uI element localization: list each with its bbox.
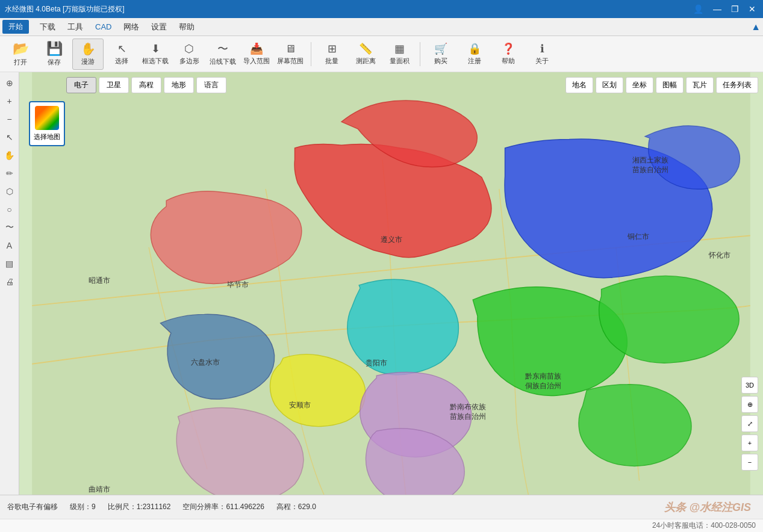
buy-icon: 🛒 bbox=[434, 42, 447, 55]
tool-register[interactable]: 🔒 注册 bbox=[459, 39, 490, 70]
map-controls: 3D ⊕ ⤢ + − bbox=[741, 377, 758, 471]
3d-btn[interactable]: 3D bbox=[741, 377, 758, 394]
collapse-arrow[interactable]: ▲ bbox=[751, 22, 761, 32]
screen-range-icon: 🖥 bbox=[285, 43, 296, 55]
map-type-electronic[interactable]: 电子 bbox=[66, 77, 96, 93]
restore-btn[interactable]: ❐ bbox=[729, 4, 741, 14]
map-source: 谷歌电子有偏移 bbox=[7, 502, 58, 512]
map-right-buttons: 地名 区划 坐标 图幅 瓦片 任务列表 bbox=[565, 77, 758, 93]
register-icon: 🔒 bbox=[468, 42, 481, 55]
sidebar-wave[interactable]: 〜 bbox=[1, 219, 18, 236]
app-title: 水经微图 4.0Beta [万能版功能已授权] bbox=[5, 4, 125, 14]
sidebar-hand[interactable]: ✋ bbox=[1, 147, 18, 164]
tool-about[interactable]: ℹ 关于 bbox=[526, 39, 558, 70]
tool-select[interactable]: ↖ 选择 bbox=[106, 39, 137, 70]
tool-browse[interactable]: ✋ 漫游 bbox=[72, 39, 104, 70]
titlebar: 水经微图 4.0Beta [万能版功能已授权] 👤 — ❐ ✕ bbox=[0, 0, 763, 18]
batch-icon: ⊞ bbox=[328, 42, 337, 55]
menu-cad[interactable]: CAD bbox=[89, 20, 117, 34]
start-menu-btn[interactable]: 开始 bbox=[2, 20, 29, 34]
phone-bar: 24小时客服电话：400-028-0050 bbox=[0, 519, 763, 532]
open-icon: 📂 bbox=[13, 41, 29, 57]
tool-measure-dist[interactable]: 📏 测距离 bbox=[350, 39, 381, 70]
map-btn-district[interactable]: 区划 bbox=[596, 77, 623, 93]
tool-frame-download-label: 框选下载 bbox=[142, 57, 169, 66]
elevation-label: 高程：629.0 bbox=[276, 502, 316, 512]
tool-polygon-label: 多边形 bbox=[179, 57, 199, 66]
sidebar-pan[interactable]: ⊕ bbox=[1, 75, 18, 91]
menubar: 开始 下载 工具 CAD 网络 设置 帮助 ▲ bbox=[0, 18, 763, 36]
map-btn-coords[interactable]: 坐标 bbox=[626, 77, 653, 93]
select-map-widget[interactable]: 选择地图 bbox=[29, 101, 65, 146]
tool-about-label: 关于 bbox=[535, 57, 549, 66]
tool-measure-area[interactable]: ▦ 量面积 bbox=[384, 39, 415, 70]
zoom-in-btn[interactable]: + bbox=[741, 435, 758, 451]
map-type-satellite[interactable]: 卫星 bbox=[99, 77, 129, 93]
menu-network[interactable]: 网络 bbox=[117, 19, 145, 35]
compass-btn[interactable]: ⊕ bbox=[741, 396, 758, 413]
minimize-btn[interactable]: — bbox=[711, 4, 724, 14]
map-btn-placename[interactable]: 地名 bbox=[565, 77, 593, 93]
sidebar-grid[interactable]: ▤ bbox=[1, 255, 18, 272]
zoom-out-btn[interactable]: − bbox=[741, 454, 758, 471]
sidebar-text[interactable]: A bbox=[1, 237, 18, 254]
scale-label: 比例尺：1:2311162 bbox=[108, 502, 171, 512]
sidebar-arrow[interactable]: ↖ bbox=[1, 129, 18, 146]
select-icon: ↖ bbox=[117, 42, 126, 55]
tool-measure-area-label: 量面积 bbox=[390, 57, 410, 66]
tool-screen-range[interactable]: 🖥 屏幕范围 bbox=[275, 39, 306, 70]
sidebar-circle[interactable]: ○ bbox=[1, 201, 18, 218]
tool-polygon[interactable]: ⬡ 多边形 bbox=[173, 39, 205, 70]
tool-line-download-label: 沿线下载 bbox=[210, 57, 236, 66]
tool-line-download[interactable]: 〜 沿线下载 bbox=[207, 39, 238, 70]
menu-settings[interactable]: 设置 bbox=[145, 19, 173, 35]
close-btn[interactable]: ✕ bbox=[746, 4, 758, 14]
tool-import-range[interactable]: 📥 导入范围 bbox=[241, 39, 272, 70]
polygon-icon: ⬡ bbox=[184, 42, 194, 55]
tool-buy-label: 购买 bbox=[434, 57, 447, 66]
tool-measure-dist-label: 测距离 bbox=[356, 57, 376, 66]
sidebar-zoom-in[interactable]: + bbox=[1, 93, 18, 110]
tool-import-range-label: 导入范围 bbox=[243, 57, 270, 66]
tool-select-label: 选择 bbox=[115, 57, 128, 66]
task-list-btn[interactable]: 任务列表 bbox=[716, 77, 758, 93]
main-area: ⊕ + − ↖ ✋ ✏ ⬡ ○ 〜 A ▤ 🖨 bbox=[0, 72, 763, 495]
map-svg[interactable] bbox=[19, 72, 763, 495]
tool-open[interactable]: 📂 打开 bbox=[5, 39, 36, 70]
menu-tools[interactable]: 工具 bbox=[61, 19, 89, 35]
import-range-icon: 📥 bbox=[250, 42, 263, 55]
toolbar: 📂 打开 💾 保存 ✋ 漫游 ↖ 选择 ⬇ 框选下载 ⬡ 多边形 〜 沿线下载 … bbox=[0, 36, 763, 72]
map-type-area: 选择地图 电子 卫星 高程 地形 语言 bbox=[24, 77, 226, 93]
menu-download[interactable]: 下载 bbox=[34, 19, 61, 35]
tool-save[interactable]: 💾 保存 bbox=[39, 39, 70, 70]
tool-register-label: 注册 bbox=[468, 57, 481, 66]
user-icon-btn[interactable]: 👤 bbox=[691, 4, 706, 14]
map-preview-icon bbox=[35, 106, 59, 130]
window-controls: 👤 — ❐ ✕ bbox=[691, 4, 758, 14]
measure-area-icon: ▦ bbox=[394, 42, 405, 55]
sidebar-print[interactable]: 🖨 bbox=[1, 273, 18, 290]
zoom-fit-btn[interactable]: ⤢ bbox=[741, 415, 758, 432]
toolbar-sep-1 bbox=[311, 42, 311, 66]
map-btn-mapframe[interactable]: 图幅 bbox=[656, 77, 684, 93]
sidebar-polygon2[interactable]: ⬡ bbox=[1, 183, 18, 200]
tool-buy[interactable]: 🛒 购买 bbox=[425, 39, 456, 70]
sidebar-zoom-out[interactable]: − bbox=[1, 111, 18, 128]
tool-open-label: 打开 bbox=[14, 58, 27, 67]
lang-button[interactable]: 语言 bbox=[196, 77, 226, 93]
phone-text: 24小时客服电话：400-028-0050 bbox=[652, 521, 756, 531]
map-type-elevation[interactable]: 高程 bbox=[131, 77, 161, 93]
tool-batch[interactable]: ⊞ 批量 bbox=[316, 39, 347, 70]
map-container[interactable]: 选择地图 电子 卫星 高程 地形 语言 地名 区划 坐标 图幅 瓦片 任务列表 bbox=[19, 72, 763, 495]
toolbar-sep-2 bbox=[420, 42, 420, 66]
map-btn-tile[interactable]: 瓦片 bbox=[686, 77, 714, 93]
line-download-icon: 〜 bbox=[217, 42, 228, 56]
tool-browse-label: 漫游 bbox=[81, 57, 95, 66]
menu-help[interactable]: 帮助 bbox=[173, 19, 201, 35]
statusbar: 谷歌电子有偏移 级别：9 比例尺：1:2311162 空间分辨率：611.496… bbox=[0, 495, 763, 519]
left-sidebar: ⊕ + − ↖ ✋ ✏ ⬡ ○ 〜 A ▤ 🖨 bbox=[0, 72, 19, 495]
tool-help[interactable]: ❓ 帮助 bbox=[493, 39, 524, 70]
tool-frame-download[interactable]: ⬇ 框选下载 bbox=[140, 39, 171, 70]
sidebar-pencil[interactable]: ✏ bbox=[1, 165, 18, 182]
map-type-terrain[interactable]: 地形 bbox=[164, 77, 194, 93]
